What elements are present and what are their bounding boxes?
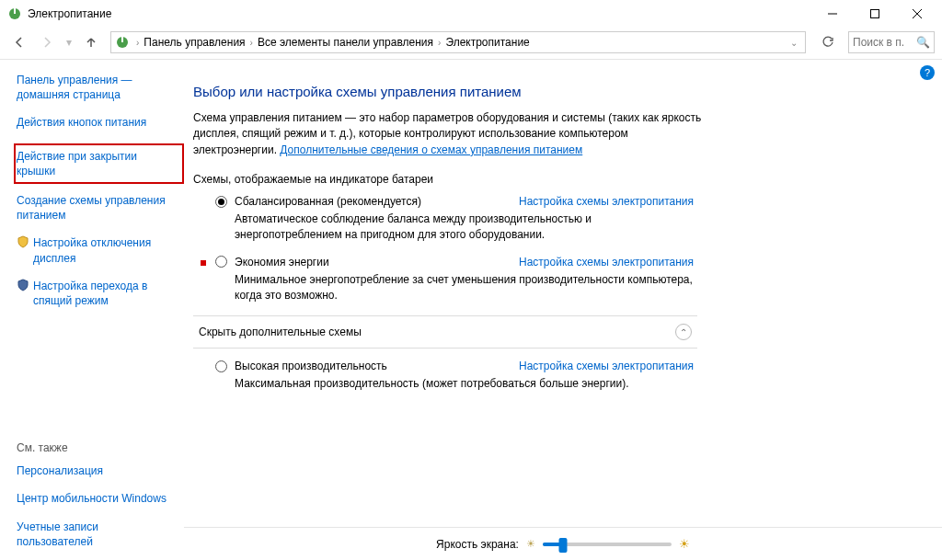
help-button[interactable]: ?	[920, 65, 935, 80]
radio-highperf[interactable]	[215, 360, 227, 372]
chevron-down-icon[interactable]: ⌄	[787, 38, 801, 48]
plan-highperf-name: Высокая производительность	[235, 360, 387, 372]
shield-icon	[17, 279, 29, 291]
power-icon	[115, 35, 130, 50]
seealso-accounts[interactable]: Учетные записи пользователей	[17, 520, 184, 549]
refresh-button[interactable]	[817, 31, 839, 53]
recent-dropdown[interactable]: ▾	[63, 30, 75, 54]
radio-balanced[interactable]	[215, 196, 227, 208]
brightness-slider[interactable]	[543, 543, 672, 546]
sidebar-sleep[interactable]: Настройка перехода в спящий режим	[17, 279, 184, 308]
plan-powersaver-name: Экономия энергии	[235, 256, 329, 269]
window-title: Электропитание	[28, 7, 811, 20]
learn-more-link[interactable]: Дополнительные сведения о схемах управле…	[280, 143, 582, 156]
plan-highperf-desc: Максимальная производительность (может п…	[235, 376, 694, 392]
shield-icon	[17, 235, 29, 248]
address-bar[interactable]: › Панель управления › Все элементы панел…	[110, 31, 806, 53]
sidebar-lid-close[interactable]: Действие при закрытии крышки	[14, 143, 184, 184]
forward-button	[35, 30, 59, 54]
sidebar-power-buttons[interactable]: Действия кнопок питания	[17, 115, 184, 130]
seealso-personalization[interactable]: Персонализация	[17, 463, 184, 478]
radio-powersaver[interactable]	[215, 256, 227, 268]
power-icon	[7, 6, 22, 21]
search-icon[interactable]: 🔍	[916, 36, 930, 49]
maximize-button[interactable]	[854, 0, 896, 28]
see-also-heading: См. также	[17, 441, 184, 454]
breadcrumb-item[interactable]: Панель управления	[142, 36, 247, 49]
hide-additional-plans[interactable]: Скрыть дополнительные схемы ⌃	[193, 315, 697, 349]
back-button[interactable]	[7, 30, 31, 54]
search-box[interactable]: 🔍	[848, 31, 935, 53]
marker-icon	[201, 260, 206, 266]
sidebar-display-off[interactable]: Настройка отключения дисплея	[17, 235, 184, 265]
minimize-button[interactable]	[811, 0, 854, 28]
plan-balanced-desc: Автоматическое соблюдение баланса между …	[235, 211, 694, 243]
sidebar-create-plan[interactable]: Создание схемы управления питанием	[17, 193, 184, 223]
sidebar-home[interactable]: Панель управления — домашняя страница	[17, 73, 184, 102]
chevron-right-icon[interactable]: ›	[247, 38, 256, 48]
plan-balanced-name: Сбалансированная (рекомендуется)	[235, 195, 421, 208]
seealso-mobility[interactable]: Центр мобильности Windows	[17, 491, 184, 506]
section-displayed-plans: Схемы, отображаемые на индикаторе батаре…	[193, 173, 931, 186]
search-input[interactable]	[853, 36, 904, 49]
plan-powersaver-desc: Минимальное энергопотребление за счет ум…	[235, 272, 694, 303]
plan-balanced-settings[interactable]: Настройка схемы электропитания	[519, 195, 694, 208]
plan-powersaver-settings[interactable]: Настройка схемы электропитания	[519, 256, 694, 269]
up-button[interactable]	[79, 30, 103, 54]
svg-rect-1	[14, 8, 16, 14]
page-heading: Выбор или настройка схемы управления пит…	[193, 84, 931, 99]
svg-rect-7	[121, 37, 123, 42]
sun-dim-icon: ☀	[526, 538, 535, 550]
close-button[interactable]	[896, 0, 938, 28]
brightness-label: Яркость экрана:	[436, 538, 519, 551]
sun-bright-icon: ☀	[679, 537, 690, 551]
plan-highperf-settings[interactable]: Настройка схемы электропитания	[519, 360, 694, 372]
svg-rect-3	[871, 10, 879, 18]
chevron-up-icon: ⌃	[675, 324, 692, 340]
breadcrumb-item[interactable]: Все элементы панели управления	[256, 36, 435, 49]
chevron-right-icon[interactable]: ›	[133, 38, 142, 48]
chevron-right-icon[interactable]: ›	[435, 38, 443, 48]
breadcrumb-item[interactable]: Электропитание	[443, 36, 531, 49]
